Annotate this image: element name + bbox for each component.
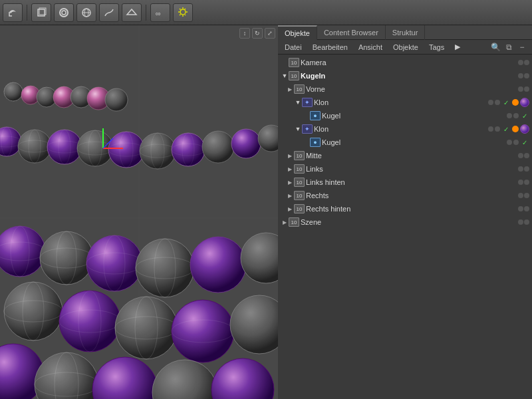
tree-item-links-hinten[interactable]: ▶ 10 Links hinten	[278, 176, 532, 189]
klon1-ctrl-1[interactable]	[488, 100, 493, 105]
sphere-tool-button[interactable]	[76, 3, 96, 22]
mitte-ctrl-1[interactable]	[518, 153, 523, 158]
links-hinten-ctrl-1[interactable]	[518, 180, 523, 185]
kugel1-ctrl-2[interactable]	[513, 113, 519, 118]
light-tool-button[interactable]	[173, 3, 193, 22]
window-icon-button[interactable]: ⧉	[503, 41, 515, 53]
kugeln-ctrl-2[interactable]	[524, 73, 529, 78]
kamera-ctrl-2[interactable]	[524, 60, 529, 65]
svg-point-35	[47, 130, 82, 164]
rechts-hinten-ctrl-1[interactable]	[518, 206, 523, 211]
menu-bearbeiten[interactable]: Bearbeiten	[307, 42, 353, 53]
svg-text:∞: ∞	[156, 9, 161, 17]
szene-ctrl-2[interactable]	[524, 219, 529, 225]
links-controls	[518, 166, 529, 172]
tree-item-mitte[interactable]: ▶ 10 Mitte	[278, 149, 532, 162]
tab-bar: Objekte Content Browser Struktur	[278, 25, 532, 40]
tree-toggle-kugel1[interactable]	[302, 112, 310, 120]
mitte-ctrl-2[interactable]	[524, 153, 529, 158]
rechts-ctrl-1[interactable]	[518, 193, 523, 198]
tree-item-kamera[interactable]: 10 Kamera	[278, 56, 532, 69]
menu-objekte[interactable]: Objekte	[388, 42, 424, 53]
svg-point-32	[18, 130, 51, 163]
klon2-ctrl-1[interactable]	[488, 126, 493, 132]
tree-item-links[interactable]: ▶ 10 Links	[278, 162, 532, 176]
svg-point-68	[190, 237, 246, 293]
tree-item-klon2[interactable]: ▼ ✦ Klon ✓	[278, 122, 532, 136]
rechts-hinten-ctrl-2[interactable]	[524, 206, 529, 211]
cube-tool-button[interactable]	[31, 3, 51, 22]
szene-ctrl-1[interactable]	[518, 219, 523, 225]
links-ctrl-1[interactable]	[518, 166, 523, 172]
tree-item-vorne[interactable]: ▶ 10 Vorne	[278, 82, 532, 96]
tab-struktur[interactable]: Struktur	[386, 25, 426, 40]
menu-bar: Datei Bearbeiten Ansicht Objekte Tags ▶ …	[278, 40, 532, 55]
klon2-ctrl-2[interactable]	[495, 126, 500, 132]
tree-toggle-kamera[interactable]	[281, 59, 289, 66]
tree-toggle-rechts-hinten[interactable]: ▶	[286, 205, 294, 213]
menu-datei[interactable]: Datei	[279, 42, 307, 53]
tree-item-szene[interactable]: ▶ 10 Szene	[278, 215, 532, 229]
kugel2-check[interactable]: ✓	[520, 138, 529, 147]
nurbs-tool-button[interactable]: ∞	[150, 3, 170, 22]
search-icon-button[interactable]: 🔍	[489, 41, 501, 53]
rechts-ctrl-2[interactable]	[524, 193, 529, 198]
links-type-icon: 10	[294, 164, 305, 174]
tree-toggle-klon2[interactable]: ▼	[294, 125, 302, 133]
tree-toggle-links-hinten[interactable]: ▶	[286, 178, 294, 186]
rechts-type-icon: 10	[294, 191, 305, 200]
scale-icon[interactable]: ⤢	[265, 28, 275, 39]
klon1-ctrl-2[interactable]	[495, 100, 500, 105]
klon1-sphere	[520, 98, 529, 107]
kugel2-ctrl-2[interactable]	[513, 140, 519, 145]
kugel1-type-icon: ●	[310, 111, 321, 120]
menu-more[interactable]: ▶	[450, 41, 466, 53]
tree-item-kugel2[interactable]: ● Kugel ✓	[278, 136, 532, 149]
tree-toggle-mitte[interactable]: ▶	[286, 152, 294, 160]
kugel2-label: Kugel	[322, 138, 504, 146]
objects-tree[interactable]: 10 Kamera ▼ 10 Kugeln	[278, 55, 532, 399]
tree-item-rechts[interactable]: ▶ 10 Rechts	[278, 189, 532, 202]
links-hinten-ctrl-2[interactable]	[524, 180, 529, 185]
rotate-icon[interactable]: ↻	[252, 28, 263, 39]
undo-button[interactable]	[3, 3, 23, 22]
svg-point-50	[202, 131, 234, 163]
kugel1-check[interactable]: ✓	[520, 111, 529, 120]
tree-toggle-vorne[interactable]: ▶	[286, 85, 294, 93]
move-icon[interactable]: ↕	[239, 28, 250, 39]
tree-item-rechts-hinten[interactable]: ▶ 10 Rechts hinten	[278, 202, 532, 215]
plane-tool-button[interactable]	[122, 3, 142, 22]
links-ctrl-2[interactable]	[524, 166, 529, 172]
ring-tool-button[interactable]	[54, 3, 74, 22]
rechts-hinten-label: Rechts hinten	[306, 205, 515, 213]
tab-objekte[interactable]: Objekte	[278, 25, 317, 40]
vorne-type-icon: 10	[294, 84, 305, 94]
menu-tags[interactable]: Tags	[424, 42, 450, 53]
klon1-check[interactable]: ✓	[501, 98, 511, 107]
kugel2-ctrl-1[interactable]	[507, 140, 512, 145]
svg-point-79	[172, 300, 234, 362]
links-hinten-label: Links hinten	[306, 178, 515, 186]
spline-tool-button[interactable]	[99, 3, 119, 22]
tab-content-browser[interactable]: Content Browser	[317, 25, 386, 40]
tree-toggle-kugel2[interactable]	[302, 138, 310, 146]
3d-viewport[interactable]: ↕ ↻ ⤢	[0, 25, 278, 399]
tree-toggle-szene[interactable]: ▶	[281, 218, 289, 226]
klon2-orange	[512, 126, 519, 132]
kugeln-ctrl-1[interactable]	[518, 73, 523, 78]
svg-point-59	[40, 231, 93, 285]
tree-toggle-klon1[interactable]: ▼	[294, 98, 302, 106]
tree-item-kugel1[interactable]: ● Kugel ✓	[278, 109, 532, 122]
kamera-ctrl-1[interactable]	[518, 60, 523, 65]
vorne-ctrl-2[interactable]	[524, 86, 529, 92]
tree-item-kugeln[interactable]: ▼ 10 Kugeln	[278, 69, 532, 82]
tree-toggle-links[interactable]: ▶	[286, 165, 294, 173]
klon2-check[interactable]: ✓	[501, 124, 511, 134]
kugel1-ctrl-1[interactable]	[507, 113, 512, 118]
tree-item-klon1[interactable]: ▼ ✦ Klon ✓	[278, 96, 532, 109]
menu-ansicht[interactable]: Ansicht	[353, 42, 388, 53]
tree-toggle-kugeln[interactable]: ▼	[281, 72, 289, 80]
tree-toggle-rechts[interactable]: ▶	[286, 192, 294, 200]
vorne-ctrl-1[interactable]	[518, 86, 523, 92]
minimize-icon-button[interactable]: −	[516, 41, 528, 53]
